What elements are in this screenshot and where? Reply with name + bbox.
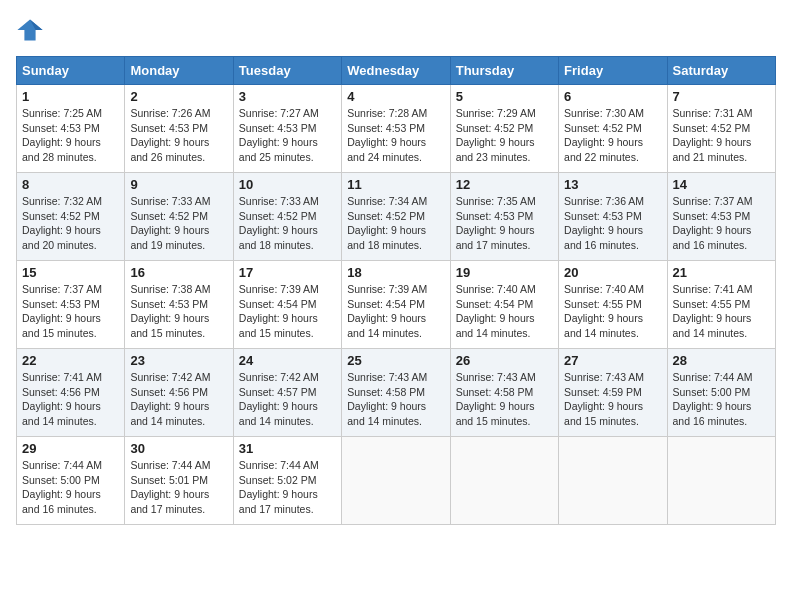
day-info: Sunrise: 7:44 AMSunset: 5:01 PMDaylight:… bbox=[130, 458, 227, 517]
calendar-cell: 14Sunrise: 7:37 AMSunset: 4:53 PMDayligh… bbox=[667, 173, 775, 261]
day-info: Sunrise: 7:40 AMSunset: 4:55 PMDaylight:… bbox=[564, 282, 661, 341]
day-number: 18 bbox=[347, 265, 444, 280]
day-number: 24 bbox=[239, 353, 336, 368]
calendar-cell: 30Sunrise: 7:44 AMSunset: 5:01 PMDayligh… bbox=[125, 437, 233, 525]
day-number: 28 bbox=[673, 353, 770, 368]
calendar-cell bbox=[667, 437, 775, 525]
calendar-cell: 28Sunrise: 7:44 AMSunset: 5:00 PMDayligh… bbox=[667, 349, 775, 437]
day-number: 10 bbox=[239, 177, 336, 192]
day-number: 7 bbox=[673, 89, 770, 104]
day-info: Sunrise: 7:31 AMSunset: 4:52 PMDaylight:… bbox=[673, 106, 770, 165]
calendar-cell: 6Sunrise: 7:30 AMSunset: 4:52 PMDaylight… bbox=[559, 85, 667, 173]
calendar-cell: 22Sunrise: 7:41 AMSunset: 4:56 PMDayligh… bbox=[17, 349, 125, 437]
day-info: Sunrise: 7:28 AMSunset: 4:53 PMDaylight:… bbox=[347, 106, 444, 165]
day-number: 17 bbox=[239, 265, 336, 280]
calendar-cell: 26Sunrise: 7:43 AMSunset: 4:58 PMDayligh… bbox=[450, 349, 558, 437]
calendar-week-row: 22Sunrise: 7:41 AMSunset: 4:56 PMDayligh… bbox=[17, 349, 776, 437]
calendar-cell: 5Sunrise: 7:29 AMSunset: 4:52 PMDaylight… bbox=[450, 85, 558, 173]
day-number: 1 bbox=[22, 89, 119, 104]
day-info: Sunrise: 7:25 AMSunset: 4:53 PMDaylight:… bbox=[22, 106, 119, 165]
day-info: Sunrise: 7:37 AMSunset: 4:53 PMDaylight:… bbox=[22, 282, 119, 341]
day-info: Sunrise: 7:42 AMSunset: 4:56 PMDaylight:… bbox=[130, 370, 227, 429]
day-info: Sunrise: 7:36 AMSunset: 4:53 PMDaylight:… bbox=[564, 194, 661, 253]
day-number: 26 bbox=[456, 353, 553, 368]
day-info: Sunrise: 7:42 AMSunset: 4:57 PMDaylight:… bbox=[239, 370, 336, 429]
day-info: Sunrise: 7:40 AMSunset: 4:54 PMDaylight:… bbox=[456, 282, 553, 341]
day-info: Sunrise: 7:44 AMSunset: 5:02 PMDaylight:… bbox=[239, 458, 336, 517]
calendar-week-row: 15Sunrise: 7:37 AMSunset: 4:53 PMDayligh… bbox=[17, 261, 776, 349]
day-info: Sunrise: 7:32 AMSunset: 4:52 PMDaylight:… bbox=[22, 194, 119, 253]
calendar-cell bbox=[450, 437, 558, 525]
calendar-week-row: 29Sunrise: 7:44 AMSunset: 5:00 PMDayligh… bbox=[17, 437, 776, 525]
calendar-cell: 13Sunrise: 7:36 AMSunset: 4:53 PMDayligh… bbox=[559, 173, 667, 261]
day-number: 13 bbox=[564, 177, 661, 192]
day-number: 14 bbox=[673, 177, 770, 192]
logo bbox=[16, 16, 46, 44]
day-info: Sunrise: 7:34 AMSunset: 4:52 PMDaylight:… bbox=[347, 194, 444, 253]
col-header-sunday: Sunday bbox=[17, 57, 125, 85]
calendar-cell: 18Sunrise: 7:39 AMSunset: 4:54 PMDayligh… bbox=[342, 261, 450, 349]
day-number: 6 bbox=[564, 89, 661, 104]
calendar-cell: 1Sunrise: 7:25 AMSunset: 4:53 PMDaylight… bbox=[17, 85, 125, 173]
day-info: Sunrise: 7:44 AMSunset: 5:00 PMDaylight:… bbox=[22, 458, 119, 517]
calendar-cell: 20Sunrise: 7:40 AMSunset: 4:55 PMDayligh… bbox=[559, 261, 667, 349]
day-number: 29 bbox=[22, 441, 119, 456]
col-header-wednesday: Wednesday bbox=[342, 57, 450, 85]
calendar-cell: 9Sunrise: 7:33 AMSunset: 4:52 PMDaylight… bbox=[125, 173, 233, 261]
day-number: 12 bbox=[456, 177, 553, 192]
calendar-week-row: 1Sunrise: 7:25 AMSunset: 4:53 PMDaylight… bbox=[17, 85, 776, 173]
calendar-cell: 10Sunrise: 7:33 AMSunset: 4:52 PMDayligh… bbox=[233, 173, 341, 261]
day-info: Sunrise: 7:43 AMSunset: 4:58 PMDaylight:… bbox=[347, 370, 444, 429]
calendar-cell: 4Sunrise: 7:28 AMSunset: 4:53 PMDaylight… bbox=[342, 85, 450, 173]
day-info: Sunrise: 7:30 AMSunset: 4:52 PMDaylight:… bbox=[564, 106, 661, 165]
calendar-cell: 17Sunrise: 7:39 AMSunset: 4:54 PMDayligh… bbox=[233, 261, 341, 349]
page-header bbox=[16, 16, 776, 44]
calendar-cell: 31Sunrise: 7:44 AMSunset: 5:02 PMDayligh… bbox=[233, 437, 341, 525]
col-header-monday: Monday bbox=[125, 57, 233, 85]
calendar-cell: 8Sunrise: 7:32 AMSunset: 4:52 PMDaylight… bbox=[17, 173, 125, 261]
day-info: Sunrise: 7:38 AMSunset: 4:53 PMDaylight:… bbox=[130, 282, 227, 341]
calendar-cell bbox=[559, 437, 667, 525]
day-number: 27 bbox=[564, 353, 661, 368]
calendar-cell: 16Sunrise: 7:38 AMSunset: 4:53 PMDayligh… bbox=[125, 261, 233, 349]
day-info: Sunrise: 7:26 AMSunset: 4:53 PMDaylight:… bbox=[130, 106, 227, 165]
day-number: 20 bbox=[564, 265, 661, 280]
calendar-cell: 25Sunrise: 7:43 AMSunset: 4:58 PMDayligh… bbox=[342, 349, 450, 437]
day-info: Sunrise: 7:41 AMSunset: 4:55 PMDaylight:… bbox=[673, 282, 770, 341]
calendar-cell: 2Sunrise: 7:26 AMSunset: 4:53 PMDaylight… bbox=[125, 85, 233, 173]
calendar-cell: 3Sunrise: 7:27 AMSunset: 4:53 PMDaylight… bbox=[233, 85, 341, 173]
calendar-cell: 24Sunrise: 7:42 AMSunset: 4:57 PMDayligh… bbox=[233, 349, 341, 437]
calendar-cell: 21Sunrise: 7:41 AMSunset: 4:55 PMDayligh… bbox=[667, 261, 775, 349]
calendar-header-row: SundayMondayTuesdayWednesdayThursdayFrid… bbox=[17, 57, 776, 85]
day-number: 4 bbox=[347, 89, 444, 104]
day-number: 9 bbox=[130, 177, 227, 192]
day-info: Sunrise: 7:35 AMSunset: 4:53 PMDaylight:… bbox=[456, 194, 553, 253]
calendar-cell: 29Sunrise: 7:44 AMSunset: 5:00 PMDayligh… bbox=[17, 437, 125, 525]
day-info: Sunrise: 7:44 AMSunset: 5:00 PMDaylight:… bbox=[673, 370, 770, 429]
calendar-cell: 27Sunrise: 7:43 AMSunset: 4:59 PMDayligh… bbox=[559, 349, 667, 437]
day-info: Sunrise: 7:41 AMSunset: 4:56 PMDaylight:… bbox=[22, 370, 119, 429]
day-number: 5 bbox=[456, 89, 553, 104]
calendar-cell bbox=[342, 437, 450, 525]
calendar-cell: 15Sunrise: 7:37 AMSunset: 4:53 PMDayligh… bbox=[17, 261, 125, 349]
calendar-table: SundayMondayTuesdayWednesdayThursdayFrid… bbox=[16, 56, 776, 525]
day-info: Sunrise: 7:39 AMSunset: 4:54 PMDaylight:… bbox=[347, 282, 444, 341]
col-header-friday: Friday bbox=[559, 57, 667, 85]
calendar-week-row: 8Sunrise: 7:32 AMSunset: 4:52 PMDaylight… bbox=[17, 173, 776, 261]
col-header-thursday: Thursday bbox=[450, 57, 558, 85]
day-number: 2 bbox=[130, 89, 227, 104]
day-number: 31 bbox=[239, 441, 336, 456]
calendar-cell: 11Sunrise: 7:34 AMSunset: 4:52 PMDayligh… bbox=[342, 173, 450, 261]
day-info: Sunrise: 7:27 AMSunset: 4:53 PMDaylight:… bbox=[239, 106, 336, 165]
day-number: 3 bbox=[239, 89, 336, 104]
col-header-tuesday: Tuesday bbox=[233, 57, 341, 85]
calendar-cell: 7Sunrise: 7:31 AMSunset: 4:52 PMDaylight… bbox=[667, 85, 775, 173]
day-number: 25 bbox=[347, 353, 444, 368]
day-number: 8 bbox=[22, 177, 119, 192]
day-info: Sunrise: 7:33 AMSunset: 4:52 PMDaylight:… bbox=[239, 194, 336, 253]
day-info: Sunrise: 7:33 AMSunset: 4:52 PMDaylight:… bbox=[130, 194, 227, 253]
day-info: Sunrise: 7:29 AMSunset: 4:52 PMDaylight:… bbox=[456, 106, 553, 165]
day-number: 22 bbox=[22, 353, 119, 368]
calendar-cell: 19Sunrise: 7:40 AMSunset: 4:54 PMDayligh… bbox=[450, 261, 558, 349]
day-number: 11 bbox=[347, 177, 444, 192]
